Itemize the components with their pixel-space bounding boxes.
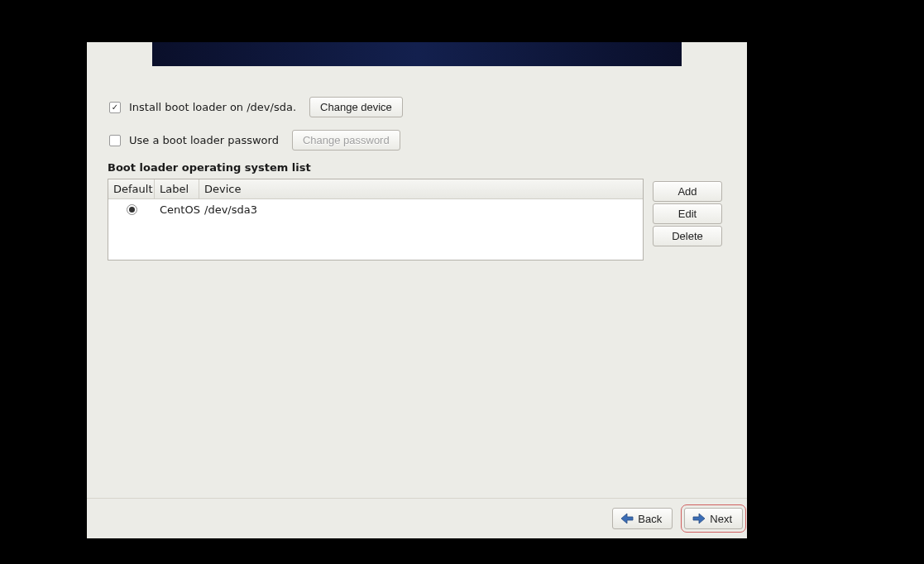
change-device-button[interactable]: Change device [309, 97, 403, 117]
default-radio-icon[interactable] [127, 204, 137, 215]
change-password-button: Change password [292, 130, 400, 151]
back-button[interactable]: Back [612, 508, 673, 529]
os-list-table: Default Label Device CentOS /dev/sda3 [108, 179, 644, 260]
delete-button[interactable]: Delete [653, 226, 722, 246]
arrow-left-icon [620, 512, 634, 525]
installer-window: Install boot loader on /dev/sda. Change … [87, 42, 747, 538]
col-header-device[interactable]: Device [199, 179, 643, 198]
cell-label: CentOS [155, 199, 199, 219]
header-banner [152, 42, 682, 66]
back-button-label: Back [638, 513, 662, 525]
col-header-label[interactable]: Label [155, 179, 199, 198]
arrow-right-icon [692, 512, 706, 525]
col-header-default[interactable]: Default [108, 179, 155, 198]
next-button-label: Next [710, 513, 732, 525]
os-list-title: Boot loader operating system list [108, 161, 311, 174]
install-bootloader-checkbox[interactable] [109, 102, 121, 113]
add-button[interactable]: Add [653, 181, 722, 202]
bootloader-password-checkbox[interactable] [109, 135, 121, 146]
next-button[interactable]: Next [684, 508, 743, 529]
cell-device: /dev/sda3 [199, 199, 643, 219]
table-header: Default Label Device [108, 179, 643, 199]
bootloader-password-label: Use a boot loader password [129, 134, 279, 146]
footer-nav: Back Next [87, 498, 747, 538]
install-bootloader-row: Install boot loader on /dev/sda. Change … [109, 97, 403, 117]
edit-button[interactable]: Edit [653, 203, 722, 224]
bootloader-password-row: Use a boot loader password Change passwo… [109, 130, 400, 151]
install-bootloader-label: Install boot loader on /dev/sda. [129, 101, 296, 113]
os-list-side-buttons: Add Edit Delete [653, 181, 722, 246]
table-row[interactable]: CentOS /dev/sda3 [108, 199, 643, 219]
cell-default[interactable] [108, 199, 155, 219]
